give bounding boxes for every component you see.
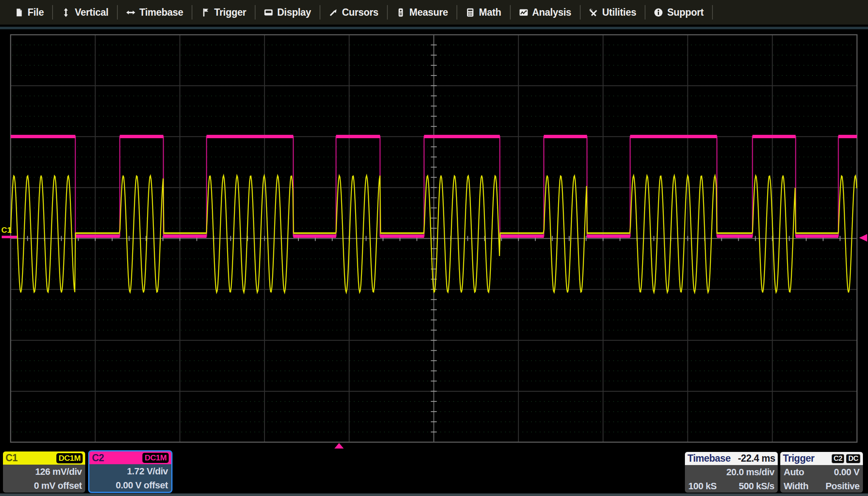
c2-offset: 0.00 V offset — [89, 478, 171, 492]
calculator-icon — [466, 8, 475, 17]
c1-label: C1 — [6, 452, 17, 464]
trigger-type: Width — [784, 481, 808, 492]
trigger-title: Trigger — [783, 453, 814, 464]
trigger-mode: Auto — [784, 467, 804, 478]
menu-item-support[interactable]: Support — [645, 0, 712, 25]
menu-item-label: File — [28, 7, 44, 18]
analysis-chart-icon — [519, 8, 528, 17]
trigger-header: Trigger C2 DC — [780, 452, 863, 465]
trigger-flag-icon — [201, 8, 210, 17]
horizontal-arrows-icon — [126, 8, 135, 17]
menu-item-vertical[interactable]: Vertical — [53, 0, 117, 25]
vertical-arrows-icon — [61, 8, 70, 17]
c2-coupling-badge: DC1M — [142, 453, 169, 463]
timebase-title: Timebase — [687, 453, 731, 464]
menu-item-label: Vertical — [75, 7, 108, 18]
menu-item-display[interactable]: Display — [256, 0, 320, 25]
trigger-level-marker[interactable] — [859, 234, 867, 242]
menu-item-analysis[interactable]: Analysis — [511, 0, 580, 25]
trigger-position-marker[interactable] — [334, 443, 344, 449]
timebase-delay: -22.4 ms — [738, 453, 775, 464]
display-top-edge — [0, 27, 868, 29]
menu-item-label: Support — [667, 7, 704, 18]
c1-header: C1 DC1M — [3, 451, 85, 465]
trigger-slope: Positive — [826, 481, 860, 492]
menu-separator — [712, 5, 713, 20]
menu-item-measure[interactable]: Measure — [388, 0, 456, 25]
trigger-source-badge: C2 — [832, 454, 845, 463]
trigger-descriptor[interactable]: Trigger C2 DC Auto 0.00 V Width Positive — [780, 452, 863, 493]
menu-bar: FileVerticalTimebaseTriggerDisplayCursor… — [0, 0, 868, 25]
utilities-tools-icon — [589, 8, 598, 17]
c2-header: C2 DC1M — [89, 451, 171, 464]
menu-item-file[interactable]: File — [6, 0, 52, 25]
waveform-display[interactable]: C1 — [0, 0, 868, 496]
menu-item-utilities[interactable]: Utilities — [581, 0, 645, 25]
menu-item-label: Trigger — [214, 7, 246, 18]
trigger-coupling-badge: DC — [846, 454, 860, 463]
channel-descriptor-c2[interactable]: C2 DC1M 1.72 V/div 0.00 V offset — [88, 450, 172, 493]
trigger-level: 0.00 V — [834, 467, 860, 478]
c2-label: C2 — [92, 452, 104, 464]
menu-item-label: Measure — [409, 7, 448, 18]
c2-offset-marker[interactable] — [2, 236, 17, 238]
menu-item-label: Utilities — [602, 7, 636, 18]
menu-item-trigger[interactable]: Trigger — [192, 0, 255, 25]
menu-item-math[interactable]: Math — [457, 0, 509, 25]
cursor-arrow-icon — [329, 8, 338, 17]
menu-item-timebase[interactable]: Timebase — [118, 0, 192, 25]
svg-text:C1: C1 — [1, 226, 12, 234]
c1-offset-marker[interactable]: C1 — [1, 226, 12, 234]
menu-item-label: Display — [277, 7, 311, 18]
menu-item-cursors[interactable]: Cursors — [320, 0, 387, 25]
c2-scale: 1.72 V/div — [89, 464, 171, 478]
c1-scale: 126 mV/div — [3, 465, 85, 479]
timebase-scale: 20.0 ms/div — [685, 465, 778, 479]
c1-offset: 0 mV offset — [3, 479, 85, 493]
menu-item-label: Timebase — [139, 7, 183, 18]
info-icon — [654, 8, 663, 17]
c1-coupling-badge: DC1M — [56, 453, 83, 463]
timebase-record-length: 100 kS — [688, 481, 717, 492]
timebase-sample-rate: 500 kS/s — [739, 481, 774, 492]
display-bottom-edge — [0, 493, 868, 496]
menu-item-label: Math — [479, 7, 501, 18]
display-icon — [264, 8, 273, 17]
measure-icon — [396, 8, 405, 17]
timebase-header: Timebase -22.4 ms — [685, 452, 778, 465]
oscilloscope-screen: FileVerticalTimebaseTriggerDisplayCursor… — [0, 0, 868, 496]
menu-item-label: Analysis — [532, 7, 571, 18]
timebase-descriptor[interactable]: Timebase -22.4 ms 20.0 ms/div 100 kS 500… — [685, 452, 778, 493]
channel-descriptor-c1[interactable]: C1 DC1M 126 mV/div 0 mV offset — [3, 451, 85, 493]
menu-item-label: Cursors — [342, 7, 378, 18]
file-icon — [14, 8, 23, 17]
